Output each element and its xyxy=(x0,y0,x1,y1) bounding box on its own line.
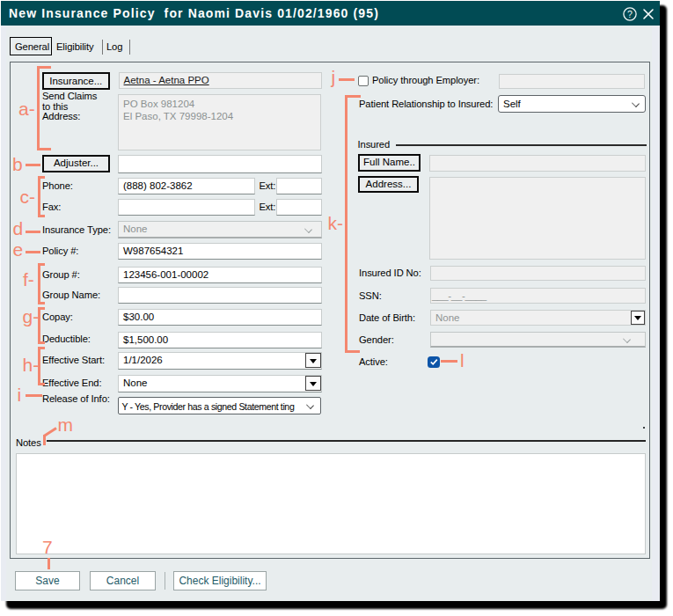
svg-text:?: ? xyxy=(627,9,633,19)
